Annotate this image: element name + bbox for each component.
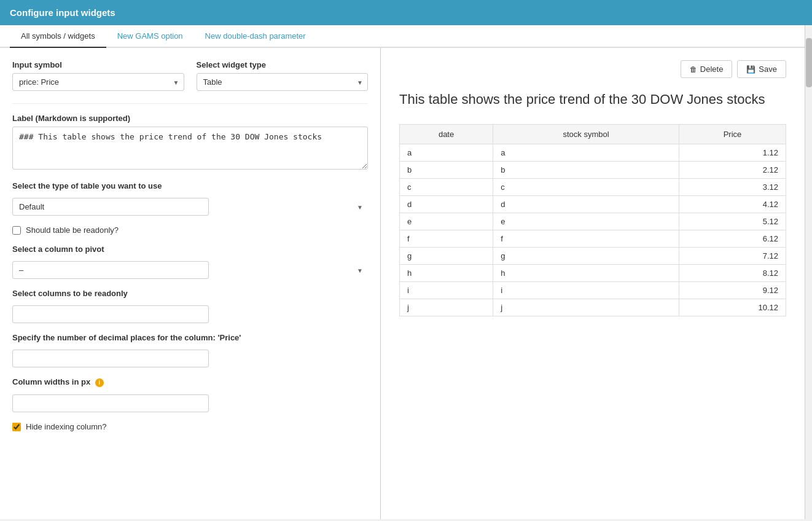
save-label: Save [759, 65, 777, 74]
pivot-select[interactable]: – [12, 261, 209, 279]
tab-new-dash[interactable]: New double-dash parameter [194, 25, 317, 48]
table-row: ee5.12 [400, 213, 786, 230]
data-table: date stock symbol Price aa1.12bb2.12cc3.… [399, 124, 786, 316]
vertical-scrollbar[interactable] [805, 25, 812, 519]
table-cell: 10.12 [679, 299, 786, 316]
table-row: dd4.12 [400, 195, 786, 213]
readonly-label: Should table be readonly? [26, 225, 119, 235]
app-title: Configure input widgets [10, 7, 115, 18]
column-widths-group: Column widths in px i [12, 377, 368, 412]
col-header-date: date [400, 124, 493, 144]
table-cell: j [493, 299, 679, 316]
readonly-columns-input[interactable]: date [12, 305, 209, 323]
table-type-group: Select the type of table you want to use… [12, 181, 368, 216]
table-cell: h [400, 264, 493, 281]
hide-index-label: Hide indexing column? [26, 422, 107, 431]
label-textarea[interactable]: ### This table shows the price trend of … [12, 127, 368, 170]
label-section-label: Label (Markdown is supported) [12, 114, 368, 123]
save-button[interactable]: 💾 Save [737, 60, 786, 78]
pivot-group: Select a column to pivot – ▼ [12, 245, 368, 279]
table-cell: 1.12 [679, 144, 786, 161]
table-row: hh8.12 [400, 264, 786, 281]
input-symbol-group: Input symbol price: Price ▼ [12, 60, 184, 91]
table-cell: a [400, 144, 493, 161]
table-cell: b [400, 161, 493, 178]
readonly-row: Should table be readonly? [12, 225, 368, 235]
tab-new-gams[interactable]: New GAMS option [106, 25, 194, 48]
table-cell: e [400, 213, 493, 230]
content-area: Input symbol price: Price ▼ Select widge… [0, 48, 805, 519]
table-cell: 3.12 [679, 178, 786, 195]
table-cell: 5.12 [679, 213, 786, 230]
decimal-label: Specify the number of decimal places for… [12, 333, 368, 342]
readonly-checkbox[interactable] [12, 226, 21, 235]
column-widths-label: Column widths in px i [12, 377, 368, 387]
decimal-group: Specify the number of decimal places for… [12, 333, 368, 367]
table-cell: h [493, 264, 679, 281]
delete-button[interactable]: 🗑 Delete [681, 60, 733, 78]
col-header-price: Price [679, 124, 786, 144]
table-cell: d [400, 195, 493, 213]
tab-bar: All symbols / widgets New GAMS option Ne… [0, 25, 805, 48]
delete-label: Delete [700, 65, 724, 74]
column-widths-info-icon[interactable]: i [95, 378, 104, 387]
table-cell: 9.12 [679, 281, 786, 299]
table-row: cc3.12 [400, 178, 786, 195]
readonly-columns-label: Select columns to be readonly [12, 289, 368, 298]
table-cell: g [400, 247, 493, 264]
preview-title: This table shows the price trend of the … [399, 90, 786, 109]
divider-1 [12, 103, 368, 104]
table-cell: d [493, 195, 679, 213]
hide-index-row: Hide indexing column? [12, 422, 368, 431]
widget-type-select[interactable]: Table [197, 73, 369, 91]
table-row: aa1.12 [400, 144, 786, 161]
label-section: Label (Markdown is supported) ### This t… [12, 114, 368, 171]
table-type-select[interactable]: Default [12, 198, 209, 216]
table-cell: 2.12 [679, 161, 786, 178]
table-row: ii9.12 [400, 281, 786, 299]
table-cell: f [400, 230, 493, 247]
table-row: ff6.12 [400, 230, 786, 247]
table-cell: f [493, 230, 679, 247]
table-cell: i [400, 281, 493, 299]
table-cell: c [400, 178, 493, 195]
table-type-label: Select the type of table you want to use [12, 181, 368, 190]
widget-type-group: Select widget type Table ▼ [197, 60, 369, 91]
col-header-stock-symbol: stock symbol [493, 124, 679, 144]
widget-type-label: Select widget type [197, 60, 369, 69]
decimal-input[interactable]: 2 [12, 350, 209, 367]
table-cell: 8.12 [679, 264, 786, 281]
table-cell: a [493, 144, 679, 161]
scrollbar-thumb[interactable] [806, 38, 812, 87]
table-head: date stock symbol Price [400, 124, 786, 144]
tab-all-symbols[interactable]: All symbols / widgets [10, 25, 106, 48]
table-row: bb2.12 [400, 161, 786, 178]
column-widths-input[interactable] [12, 394, 209, 412]
table-header-row: date stock symbol Price [400, 124, 786, 144]
input-symbol-select-wrapper: price: Price ▼ [12, 73, 184, 91]
title-bar: Configure input widgets [0, 0, 812, 25]
toolbar-right: 🗑 Delete 💾 Save [399, 60, 786, 78]
table-cell: i [493, 281, 679, 299]
save-icon: 💾 [746, 65, 755, 74]
widget-type-select-wrapper: Table ▼ [197, 73, 369, 91]
top-form-row: Input symbol price: Price ▼ Select widge… [12, 60, 368, 91]
table-row: jj10.12 [400, 299, 786, 316]
table-type-select-wrapper: Default ▼ [12, 198, 368, 216]
table-cell: b [493, 161, 679, 178]
table-cell: 6.12 [679, 230, 786, 247]
pivot-select-wrapper: – ▼ [12, 261, 368, 279]
left-panel: Input symbol price: Price ▼ Select widge… [0, 48, 381, 519]
table-cell: g [493, 247, 679, 264]
readonly-columns-group: Select columns to be readonly date [12, 289, 368, 323]
table-cell: c [493, 178, 679, 195]
hide-index-checkbox[interactable] [12, 423, 21, 431]
table-cell: 4.12 [679, 195, 786, 213]
pivot-chevron-icon: ▼ [357, 267, 363, 273]
table-cell: 7.12 [679, 247, 786, 264]
input-symbol-select[interactable]: price: Price [12, 73, 184, 91]
pivot-label: Select a column to pivot [12, 245, 368, 254]
table-cell: e [493, 213, 679, 230]
input-symbol-label: Input symbol [12, 60, 184, 69]
right-panel: 🗑 Delete 💾 Save This table shows the pri… [381, 48, 805, 519]
